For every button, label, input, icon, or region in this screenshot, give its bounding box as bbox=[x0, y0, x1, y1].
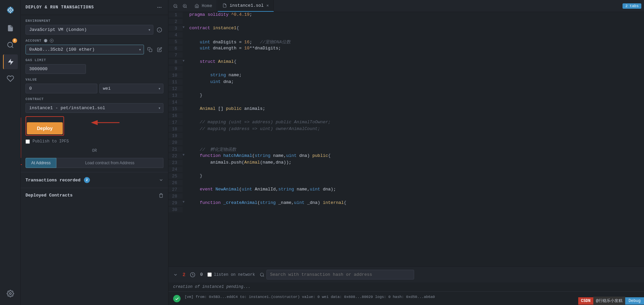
value-unit-wrap: wei gwei finney ether bbox=[99, 84, 164, 93]
listen-checkbox[interactable] bbox=[207, 272, 212, 277]
deploy-btn-wrap: Deploy bbox=[26, 116, 64, 136]
annotation-number: 1 bbox=[21, 159, 22, 167]
svg-point-13 bbox=[160, 7, 161, 8]
code-line-9: 9 bbox=[168, 66, 644, 73]
zoom-in-btn[interactable] bbox=[181, 4, 189, 8]
svg-line-8 bbox=[12, 46, 13, 48]
account-row: 0xAb8...35cb2 (100 ether) bbox=[26, 45, 163, 54]
code-line-29: 29 ▼ function _createAnimal(string _name… bbox=[168, 200, 644, 207]
search-btn[interactable]: 3 bbox=[3, 38, 18, 52]
transactions-badge: 2 bbox=[84, 177, 90, 183]
environment-select[interactable]: JavaScript VM (London) JavaScript VM (Be… bbox=[26, 25, 153, 35]
settings-btn[interactable] bbox=[3, 286, 18, 301]
brand-handle: @行稳乐小发糕 bbox=[593, 297, 625, 305]
code-line-26: 26 bbox=[168, 180, 644, 187]
environment-select-wrap: JavaScript VM (London) JavaScript VM (Be… bbox=[26, 25, 153, 35]
deployed-contracts-section[interactable]: Deployed Contracts bbox=[21, 188, 168, 203]
environment-label: ENVIRONMENT bbox=[26, 19, 163, 23]
code-line-14: 14 bbox=[168, 99, 644, 106]
code-editor[interactable]: 1 pragma solidity ^0.4.19; 2 3 ▼ contrac… bbox=[168, 12, 644, 266]
branding-corner: CSDN @行稳乐小发糕 Debug bbox=[578, 297, 644, 305]
value-row: 0 wei gwei finney ether bbox=[26, 84, 163, 93]
files-btn[interactable] bbox=[3, 21, 18, 36]
value-unit-select[interactable]: wei gwei finney ether bbox=[99, 84, 164, 93]
tx-result: [vm] from: 0x5B3...eddC4 to: instance1.(… bbox=[168, 291, 644, 305]
brand-csdn: CSDN bbox=[578, 297, 593, 305]
deploy-section: Deploy bbox=[26, 116, 163, 136]
account-select[interactable]: 0xAb8...35cb2 (100 ether) bbox=[26, 45, 144, 54]
tx-search-input[interactable] bbox=[266, 270, 414, 279]
panel-menu-btn[interactable] bbox=[155, 3, 163, 11]
svg-point-7 bbox=[7, 42, 12, 47]
code-line-27: 27 event NewAnimal(uint AnimalId,string … bbox=[168, 187, 644, 193]
collapse-btn[interactable] bbox=[173, 272, 178, 277]
transactions-section[interactable]: Transactions recorded 2 bbox=[21, 172, 168, 188]
deploy-outline: Deploy bbox=[26, 116, 64, 136]
code-line-6: 6 uint dnaLength = 10**dnaDigits; bbox=[168, 46, 644, 52]
deploy-button[interactable]: Deploy bbox=[27, 122, 63, 134]
gas-limit-label: GAS LIMIT bbox=[26, 58, 163, 62]
icon-bar: 3 bbox=[0, 0, 21, 305]
remix-logo-btn[interactable] bbox=[3, 3, 18, 17]
code-line-2: 2 bbox=[168, 19, 644, 26]
code-line-19: 19 bbox=[168, 133, 644, 140]
code-line-21: 21 // 孵化宠物函数 bbox=[168, 146, 644, 153]
tab-bar: Home instance1.sol ✕ 2 tabs bbox=[168, 0, 644, 12]
load-contract-btn[interactable]: Load contract from Address bbox=[56, 158, 163, 168]
chevron-down-icon bbox=[159, 178, 163, 182]
environment-info-btn[interactable] bbox=[155, 26, 163, 34]
svg-point-10 bbox=[9, 293, 11, 295]
edit-account-btn[interactable] bbox=[156, 46, 163, 53]
code-line-12: 12 bbox=[168, 86, 644, 93]
panel-body: ENVIRONMENT JavaScript VM (London) JavaS… bbox=[21, 15, 168, 172]
code-line-24: 24 bbox=[168, 167, 644, 173]
svg-point-11 bbox=[157, 7, 158, 8]
tx-log: creation of instance1 pending... bbox=[168, 282, 644, 291]
code-line-1: 1 pragma solidity ^0.4.19; bbox=[168, 12, 644, 19]
tx-result-text: [vm] from: 0x5B3...eddC4 to: instance1.(… bbox=[185, 294, 435, 300]
svg-line-35 bbox=[263, 275, 264, 276]
publish-ipfs-checkbox[interactable] bbox=[26, 139, 30, 144]
search-badge: 3 bbox=[12, 38, 17, 43]
transactions-label: Transactions recorded bbox=[26, 178, 81, 183]
tabs-count: 2 tabs bbox=[623, 3, 641, 8]
deploy-arrow bbox=[89, 118, 123, 128]
code-line-17: 17 // mapping (uint => address) public A… bbox=[168, 120, 644, 126]
search-icon bbox=[260, 272, 264, 277]
code-line-8: 8 ▼ struct Animal{ bbox=[168, 59, 644, 66]
vertical-line bbox=[21, 118, 21, 158]
svg-line-30 bbox=[186, 7, 187, 8]
tab-home[interactable]: Home bbox=[190, 0, 217, 12]
tx-success-icon bbox=[173, 295, 181, 302]
debug-btn[interactable]: Debug bbox=[625, 297, 644, 305]
publish-ipfs-row: Publish to IPFS bbox=[26, 139, 163, 144]
deployed-left: Deployed Contracts bbox=[26, 193, 72, 198]
svg-marker-9 bbox=[8, 59, 13, 65]
panel-header: DEPLOY & RUN TRANSACTIONS bbox=[21, 0, 168, 15]
trash-icon[interactable] bbox=[159, 193, 163, 198]
panel-title: DEPLOY & RUN TRANSACTIONS bbox=[26, 5, 94, 10]
value-input[interactable]: 0 bbox=[26, 84, 97, 93]
code-line-7: 7 bbox=[168, 52, 644, 59]
addr-row: At Address Load contract from Address bbox=[26, 158, 163, 168]
add-account-icon[interactable] bbox=[50, 39, 54, 43]
tab-close-btn[interactable]: ✕ bbox=[266, 3, 269, 8]
editor-area: Home instance1.sol ✕ 2 tabs 1 pragma sol… bbox=[168, 0, 644, 305]
at-address-btn[interactable]: At Address bbox=[26, 158, 56, 168]
svg-point-12 bbox=[159, 7, 160, 8]
contract-select[interactable]: instance1 - pet/instance1.sol bbox=[26, 103, 163, 113]
publish-ipfs-label: Publish to IPFS bbox=[33, 139, 69, 144]
environment-row: JavaScript VM (London) JavaScript VM (Be… bbox=[26, 25, 163, 35]
plugin-btn[interactable] bbox=[3, 71, 18, 86]
code-line-10: 10 string name; bbox=[168, 73, 644, 79]
gas-limit-input[interactable]: 3000000 bbox=[26, 64, 86, 74]
or-divider: OR bbox=[26, 148, 163, 153]
svg-point-34 bbox=[260, 273, 263, 276]
copy-account-btn[interactable] bbox=[146, 46, 154, 53]
value-label: VALUE bbox=[26, 78, 163, 82]
code-line-23: 23 animals.push(Animal(name,dna)); bbox=[168, 160, 644, 167]
deployed-label: Deployed Contracts bbox=[26, 193, 72, 198]
tab-file[interactable]: instance1.sol ✕ bbox=[218, 0, 274, 12]
deploy-btn[interactable] bbox=[3, 54, 18, 69]
zoom-out-btn[interactable] bbox=[171, 4, 180, 8]
